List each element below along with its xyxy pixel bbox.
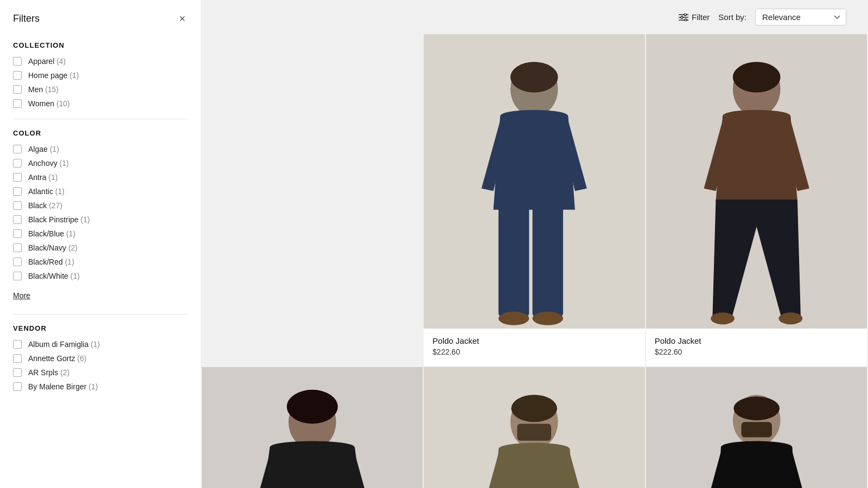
product-image-2 bbox=[646, 34, 867, 329]
collection-section-title: COLLECTION bbox=[13, 41, 188, 49]
filter-item-women[interactable]: Women (10) bbox=[13, 99, 188, 108]
divider-2 bbox=[13, 314, 188, 314]
product-card-4[interactable]: Zipper Jacket $788.00 bbox=[424, 367, 644, 488]
checkbox-annette[interactable] bbox=[13, 354, 22, 363]
checkbox-apparel[interactable] bbox=[13, 57, 22, 66]
checkbox-antra[interactable] bbox=[13, 173, 22, 182]
product-card-2[interactable]: Poldo Jacket $222.60 bbox=[646, 34, 867, 366]
product-image-3 bbox=[202, 367, 423, 488]
svg-point-17 bbox=[287, 390, 338, 424]
filter-item-anchovy[interactable]: Anchovy (1) bbox=[13, 159, 188, 168]
sidebar-header: Filters × bbox=[13, 11, 188, 26]
filter-item-black-blue[interactable]: Black/Blue (1) bbox=[13, 229, 188, 238]
checkbox-atlantic[interactable] bbox=[13, 187, 22, 196]
filter-label-women: Women (10) bbox=[28, 99, 70, 108]
checkbox-black-white[interactable] bbox=[13, 272, 22, 280]
svg-point-14 bbox=[711, 312, 735, 324]
filter-item-album[interactable]: Album di Famiglia (1) bbox=[13, 340, 188, 349]
filter-item-black-white[interactable]: Black/White (1) bbox=[13, 272, 188, 280]
filter-item-annette[interactable]: Annette Gortz (6) bbox=[13, 354, 188, 363]
product-figure-4 bbox=[424, 367, 644, 488]
filter-item-black[interactable]: Black (27) bbox=[13, 201, 188, 210]
filter-item-algae[interactable]: Algae (1) bbox=[13, 145, 188, 153]
filter-label-antra: Antra (1) bbox=[28, 173, 58, 182]
svg-rect-23 bbox=[518, 424, 552, 441]
checkbox-homepage[interactable] bbox=[13, 71, 22, 80]
filter-toolbar-label: Filter bbox=[692, 12, 710, 22]
color-section-title: COLOR bbox=[13, 129, 188, 137]
svg-point-15 bbox=[778, 312, 802, 324]
filter-item-black-red[interactable]: Black/Red (1) bbox=[13, 258, 188, 266]
product-card-1[interactable]: Poldo Jacket $222.60 bbox=[424, 34, 644, 366]
checkbox-by-malene[interactable] bbox=[13, 382, 22, 391]
filter-item-black-pinstripe[interactable]: Black Pinstripe (1) bbox=[13, 215, 188, 224]
filter-label-by-malene: By Malene Birger (1) bbox=[28, 382, 98, 391]
filter-label-homepage: Home page (1) bbox=[28, 71, 79, 80]
product-name-1: Poldo Jacket bbox=[432, 336, 636, 345]
checkbox-algae[interactable] bbox=[13, 145, 22, 153]
filter-label-anchovy: Anchovy (1) bbox=[28, 159, 69, 168]
filter-label-atlantic: Atlantic (1) bbox=[28, 187, 65, 196]
product-grid: Poldo Jacket $222.60 bbox=[201, 34, 868, 488]
checkbox-black-blue[interactable] bbox=[13, 229, 22, 238]
sort-by-label: Sort by: bbox=[718, 12, 746, 22]
filter-label-algae: Algae (1) bbox=[28, 145, 59, 153]
product-figure-3 bbox=[202, 367, 423, 488]
collection-section: COLLECTION Apparel (4) Home page (1) Men… bbox=[13, 41, 188, 108]
sliders-icon bbox=[679, 14, 688, 21]
sidebar-title: Filters bbox=[13, 13, 40, 24]
filter-item-atlantic[interactable]: Atlantic (1) bbox=[13, 187, 188, 196]
filter-toolbar-button[interactable]: Filter bbox=[679, 12, 710, 22]
product-figure-5 bbox=[646, 367, 867, 488]
svg-point-22 bbox=[512, 395, 558, 422]
filter-label-ar-srpls: AR Srpls (2) bbox=[28, 368, 69, 377]
svg-point-29 bbox=[733, 396, 780, 420]
filter-item-homepage[interactable]: Home page (1) bbox=[13, 71, 188, 80]
filter-item-by-malene[interactable]: By Malene Birger (1) bbox=[13, 382, 188, 391]
checkbox-ar-srpls[interactable] bbox=[13, 368, 22, 377]
checkbox-black-navy[interactable] bbox=[13, 243, 22, 252]
color-more-button[interactable]: More bbox=[13, 288, 30, 303]
svg-rect-8 bbox=[499, 206, 529, 317]
checkbox-black-pinstripe[interactable] bbox=[13, 215, 22, 224]
filter-item-apparel[interactable]: Apparel (4) bbox=[13, 57, 188, 66]
svg-rect-9 bbox=[533, 206, 563, 317]
checkbox-black-red[interactable] bbox=[13, 258, 22, 266]
filter-item-men[interactable]: Men (15) bbox=[13, 85, 188, 94]
filter-label-black-red: Black/Red (1) bbox=[28, 258, 74, 266]
product-image-5 bbox=[646, 367, 867, 488]
toolbar: Filter Sort by: Relevance Price: Low to … bbox=[201, 0, 868, 34]
svg-point-10 bbox=[499, 312, 529, 325]
checkbox-anchovy[interactable] bbox=[13, 159, 22, 168]
product-figure-2 bbox=[646, 34, 867, 329]
filter-label-black-white: Black/White (1) bbox=[28, 272, 80, 280]
filter-item-black-navy[interactable]: Black/Navy (2) bbox=[13, 243, 188, 252]
svg-point-11 bbox=[533, 312, 563, 325]
checkbox-women[interactable] bbox=[13, 99, 22, 108]
filter-label-annette: Annette Gortz (6) bbox=[28, 354, 86, 363]
product-figure-1 bbox=[424, 34, 644, 329]
product-image-4 bbox=[424, 367, 644, 488]
filter-label-men: Men (15) bbox=[28, 85, 59, 94]
main-content: Filter Sort by: Relevance Price: Low to … bbox=[201, 0, 868, 488]
svg-rect-30 bbox=[741, 422, 771, 437]
filter-label-black-navy: Black/Navy (2) bbox=[28, 243, 78, 252]
product-card-5[interactable]: Rustin Jacket $243.60 bbox=[646, 367, 867, 488]
product-info-2: Poldo Jacket $222.60 bbox=[646, 329, 867, 366]
filter-label-black: Black (27) bbox=[28, 201, 62, 210]
checkbox-black[interactable] bbox=[13, 201, 22, 210]
filter-label-black-blue: Black/Blue (1) bbox=[28, 229, 75, 238]
checkbox-album[interactable] bbox=[13, 340, 22, 349]
filter-item-ar-srpls[interactable]: AR Srpls (2) bbox=[13, 368, 188, 377]
svg-point-5 bbox=[685, 19, 687, 21]
svg-point-13 bbox=[732, 62, 780, 92]
product-card-3[interactable]: Ginger Jacket $516.60 bbox=[202, 367, 423, 488]
color-section: COLOR Algae (1) Anchovy (1) Antra (1) At… bbox=[13, 129, 188, 303]
product-info-1: Poldo Jacket $222.60 bbox=[424, 329, 644, 366]
close-button[interactable]: × bbox=[177, 11, 188, 26]
checkbox-men[interactable] bbox=[13, 85, 22, 94]
divider-1 bbox=[13, 119, 188, 119]
sort-select[interactable]: Relevance Price: Low to High Price: High… bbox=[755, 9, 846, 25]
filter-item-antra[interactable]: Antra (1) bbox=[13, 173, 188, 182]
svg-point-4 bbox=[681, 16, 683, 18]
